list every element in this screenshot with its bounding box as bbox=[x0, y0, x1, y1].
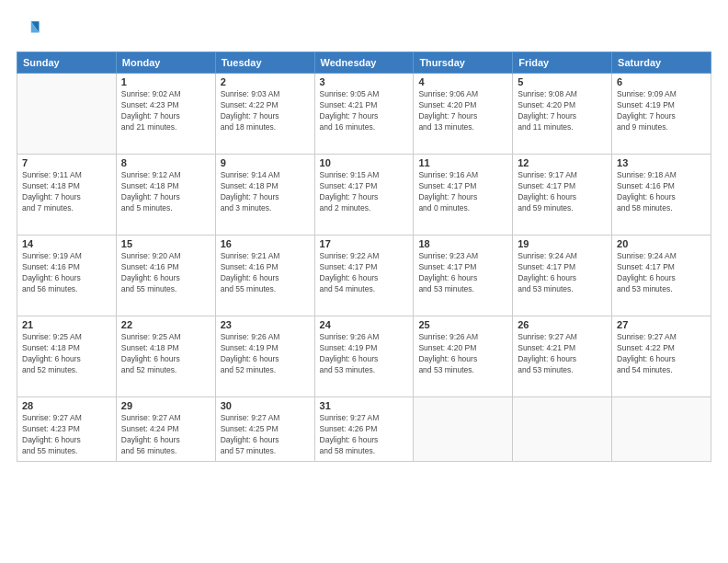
day-info: Sunrise: 9:26 AM Sunset: 4:19 PM Dayligh… bbox=[320, 332, 409, 376]
day-number: 24 bbox=[320, 319, 409, 330]
calendar-cell: 27Sunrise: 9:27 AM Sunset: 4:22 PM Dayli… bbox=[612, 316, 711, 397]
day-number: 27 bbox=[617, 319, 706, 330]
day-number: 4 bbox=[418, 76, 507, 87]
weekday-header-sunday: Sunday bbox=[17, 52, 117, 74]
day-info: Sunrise: 9:05 AM Sunset: 4:21 PM Dayligh… bbox=[320, 89, 409, 133]
day-number: 5 bbox=[518, 76, 607, 87]
header bbox=[17, 17, 711, 42]
day-info: Sunrise: 9:26 AM Sunset: 4:20 PM Dayligh… bbox=[418, 332, 507, 376]
day-number: 13 bbox=[617, 157, 706, 168]
logo bbox=[17, 17, 46, 42]
day-number: 28 bbox=[22, 400, 111, 411]
calendar-cell: 21Sunrise: 9:25 AM Sunset: 4:18 PM Dayli… bbox=[17, 316, 117, 397]
calendar-cell: 7Sunrise: 9:11 AM Sunset: 4:18 PM Daylig… bbox=[17, 155, 117, 236]
week-row-2: 7Sunrise: 9:11 AM Sunset: 4:18 PM Daylig… bbox=[17, 155, 711, 236]
day-number: 14 bbox=[22, 238, 111, 249]
calendar-cell: 3Sunrise: 9:05 AM Sunset: 4:21 PM Daylig… bbox=[314, 74, 414, 155]
day-info: Sunrise: 9:27 AM Sunset: 4:23 PM Dayligh… bbox=[22, 413, 111, 457]
day-number: 17 bbox=[320, 238, 409, 249]
day-info: Sunrise: 9:23 AM Sunset: 4:17 PM Dayligh… bbox=[418, 251, 507, 295]
weekday-header-wednesday: Wednesday bbox=[314, 52, 414, 74]
day-info: Sunrise: 9:24 AM Sunset: 4:17 PM Dayligh… bbox=[617, 251, 706, 295]
day-number: 7 bbox=[22, 157, 111, 168]
day-info: Sunrise: 9:17 AM Sunset: 4:17 PM Dayligh… bbox=[518, 170, 607, 214]
calendar-cell: 9Sunrise: 9:14 AM Sunset: 4:18 PM Daylig… bbox=[215, 155, 314, 236]
calendar-cell: 25Sunrise: 9:26 AM Sunset: 4:20 PM Dayli… bbox=[414, 316, 513, 397]
logo-icon bbox=[17, 17, 42, 42]
day-number: 12 bbox=[518, 157, 607, 168]
day-info: Sunrise: 9:03 AM Sunset: 4:22 PM Dayligh… bbox=[221, 89, 310, 133]
day-number: 2 bbox=[221, 76, 310, 87]
day-number: 20 bbox=[617, 238, 706, 249]
day-number: 10 bbox=[320, 157, 409, 168]
day-info: Sunrise: 9:22 AM Sunset: 4:17 PM Dayligh… bbox=[320, 251, 409, 295]
weekday-header-row: SundayMondayTuesdayWednesdayThursdayFrid… bbox=[17, 52, 711, 74]
weekday-header-monday: Monday bbox=[116, 52, 215, 74]
calendar-cell: 12Sunrise: 9:17 AM Sunset: 4:17 PM Dayli… bbox=[513, 155, 612, 236]
day-info: Sunrise: 9:20 AM Sunset: 4:16 PM Dayligh… bbox=[121, 251, 210, 295]
calendar-cell: 13Sunrise: 9:18 AM Sunset: 4:16 PM Dayli… bbox=[612, 155, 711, 236]
calendar-cell: 19Sunrise: 9:24 AM Sunset: 4:17 PM Dayli… bbox=[513, 236, 612, 316]
calendar-cell: 30Sunrise: 9:27 AM Sunset: 4:25 PM Dayli… bbox=[215, 397, 314, 462]
calendar-cell: 11Sunrise: 9:16 AM Sunset: 4:17 PM Dayli… bbox=[414, 155, 513, 236]
day-number: 31 bbox=[320, 400, 409, 411]
calendar-cell: 2Sunrise: 9:03 AM Sunset: 4:22 PM Daylig… bbox=[215, 74, 314, 155]
day-number: 23 bbox=[221, 319, 310, 330]
calendar-cell: 31Sunrise: 9:27 AM Sunset: 4:26 PM Dayli… bbox=[314, 397, 414, 462]
day-number: 26 bbox=[518, 319, 607, 330]
day-info: Sunrise: 9:25 AM Sunset: 4:18 PM Dayligh… bbox=[121, 332, 210, 376]
day-number: 9 bbox=[221, 157, 310, 168]
calendar-cell: 4Sunrise: 9:06 AM Sunset: 4:20 PM Daylig… bbox=[414, 74, 513, 155]
day-number: 22 bbox=[121, 319, 210, 330]
calendar-cell: 23Sunrise: 9:26 AM Sunset: 4:19 PM Dayli… bbox=[215, 316, 314, 397]
day-info: Sunrise: 9:27 AM Sunset: 4:24 PM Dayligh… bbox=[121, 413, 210, 457]
calendar-table: SundayMondayTuesdayWednesdayThursdayFrid… bbox=[17, 52, 711, 462]
calendar-cell bbox=[414, 397, 513, 462]
week-row-3: 14Sunrise: 9:19 AM Sunset: 4:16 PM Dayli… bbox=[17, 236, 711, 316]
week-row-1: 1Sunrise: 9:02 AM Sunset: 4:23 PM Daylig… bbox=[17, 74, 711, 155]
day-info: Sunrise: 9:27 AM Sunset: 4:26 PM Dayligh… bbox=[320, 413, 409, 457]
weekday-header-friday: Friday bbox=[513, 52, 612, 74]
day-number: 16 bbox=[221, 238, 310, 249]
day-info: Sunrise: 9:14 AM Sunset: 4:18 PM Dayligh… bbox=[221, 170, 310, 214]
weekday-header-tuesday: Tuesday bbox=[215, 52, 314, 74]
calendar-cell: 28Sunrise: 9:27 AM Sunset: 4:23 PM Dayli… bbox=[17, 397, 117, 462]
day-number: 11 bbox=[418, 157, 507, 168]
day-info: Sunrise: 9:06 AM Sunset: 4:20 PM Dayligh… bbox=[418, 89, 507, 133]
calendar-cell: 24Sunrise: 9:26 AM Sunset: 4:19 PM Dayli… bbox=[314, 316, 414, 397]
calendar-cell bbox=[17, 74, 117, 155]
day-info: Sunrise: 9:24 AM Sunset: 4:17 PM Dayligh… bbox=[518, 251, 607, 295]
day-info: Sunrise: 9:16 AM Sunset: 4:17 PM Dayligh… bbox=[418, 170, 507, 214]
day-number: 1 bbox=[121, 76, 210, 87]
day-number: 18 bbox=[418, 238, 507, 249]
day-info: Sunrise: 9:02 AM Sunset: 4:23 PM Dayligh… bbox=[121, 89, 210, 133]
page: SundayMondayTuesdayWednesdayThursdayFrid… bbox=[0, 0, 728, 563]
day-number: 25 bbox=[418, 319, 507, 330]
calendar-cell: 6Sunrise: 9:09 AM Sunset: 4:19 PM Daylig… bbox=[612, 74, 711, 155]
day-info: Sunrise: 9:27 AM Sunset: 4:22 PM Dayligh… bbox=[617, 332, 706, 376]
calendar-cell: 20Sunrise: 9:24 AM Sunset: 4:17 PM Dayli… bbox=[612, 236, 711, 316]
day-info: Sunrise: 9:08 AM Sunset: 4:20 PM Dayligh… bbox=[518, 89, 607, 133]
day-number: 3 bbox=[320, 76, 409, 87]
day-number: 6 bbox=[617, 76, 706, 87]
day-number: 30 bbox=[221, 400, 310, 411]
calendar-cell: 17Sunrise: 9:22 AM Sunset: 4:17 PM Dayli… bbox=[314, 236, 414, 316]
day-info: Sunrise: 9:26 AM Sunset: 4:19 PM Dayligh… bbox=[221, 332, 310, 376]
calendar-cell: 16Sunrise: 9:21 AM Sunset: 4:16 PM Dayli… bbox=[215, 236, 314, 316]
day-info: Sunrise: 9:25 AM Sunset: 4:18 PM Dayligh… bbox=[22, 332, 111, 376]
calendar-cell: 22Sunrise: 9:25 AM Sunset: 4:18 PM Dayli… bbox=[116, 316, 215, 397]
day-info: Sunrise: 9:18 AM Sunset: 4:16 PM Dayligh… bbox=[617, 170, 706, 214]
day-info: Sunrise: 9:11 AM Sunset: 4:18 PM Dayligh… bbox=[22, 170, 111, 214]
day-number: 8 bbox=[121, 157, 210, 168]
day-number: 19 bbox=[518, 238, 607, 249]
weekday-header-thursday: Thursday bbox=[414, 52, 513, 74]
calendar-cell: 8Sunrise: 9:12 AM Sunset: 4:18 PM Daylig… bbox=[116, 155, 215, 236]
week-row-5: 28Sunrise: 9:27 AM Sunset: 4:23 PM Dayli… bbox=[17, 397, 711, 462]
calendar-cell: 18Sunrise: 9:23 AM Sunset: 4:17 PM Dayli… bbox=[414, 236, 513, 316]
day-info: Sunrise: 9:15 AM Sunset: 4:17 PM Dayligh… bbox=[320, 170, 409, 214]
day-number: 21 bbox=[22, 319, 111, 330]
day-info: Sunrise: 9:09 AM Sunset: 4:19 PM Dayligh… bbox=[617, 89, 706, 133]
calendar-cell: 14Sunrise: 9:19 AM Sunset: 4:16 PM Dayli… bbox=[17, 236, 117, 316]
calendar-cell: 1Sunrise: 9:02 AM Sunset: 4:23 PM Daylig… bbox=[116, 74, 215, 155]
day-info: Sunrise: 9:19 AM Sunset: 4:16 PM Dayligh… bbox=[22, 251, 111, 295]
